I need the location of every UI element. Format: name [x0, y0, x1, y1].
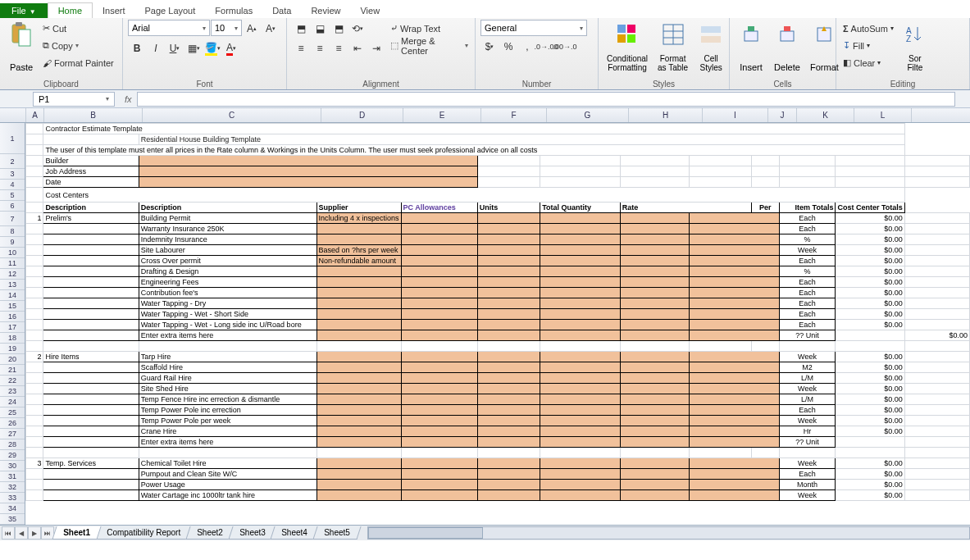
row-header-22[interactable]: 22 [0, 376, 25, 386]
row-header-28[interactable]: 28 [0, 439, 25, 450]
col-header-F[interactable]: F [481, 108, 547, 122]
align-center-icon[interactable]: ≡ [311, 39, 329, 57]
row-header-24[interactable]: 24 [0, 397, 25, 407]
cell-styles-button[interactable]: Cell Styles [694, 20, 727, 74]
copy-button[interactable]: ⧉Copy ▾ [41, 37, 116, 54]
row-header-13[interactable]: 13 [0, 280, 25, 290]
row-header-9[interactable]: 9 [0, 237, 25, 248]
col-header-E[interactable]: E [403, 108, 481, 122]
fx-icon[interactable]: fx [120, 94, 137, 104]
align-middle-icon[interactable]: ⬓ [311, 20, 329, 38]
row-header-17[interactable]: 17 [0, 322, 25, 333]
shrink-font-icon[interactable]: A▾ [262, 20, 280, 38]
sheet-tab-sheet3[interactable]: Sheet3 [228, 526, 276, 540]
sheet-tab-sheet2[interactable]: Sheet2 [185, 526, 234, 540]
row-header-14[interactable]: 14 [0, 290, 25, 301]
row-header-34[interactable]: 34 [0, 503, 25, 514]
tab-nav-prev-icon[interactable]: ◀ [15, 526, 28, 540]
currency-icon[interactable]: $▾ [480, 38, 499, 56]
row-header-29[interactable]: 29 [0, 450, 25, 461]
row-header-8[interactable]: 8 [0, 226, 25, 237]
row-header-33[interactable]: 33 [0, 493, 25, 503]
tab-insert[interactable]: Insert [93, 3, 135, 18]
row-header-35[interactable]: 35 [0, 514, 25, 525]
row-header-30[interactable]: 30 [0, 461, 25, 471]
row-header-4[interactable]: 4 [0, 180, 25, 190]
orientation-icon[interactable]: ⟲▾ [348, 20, 367, 38]
wrap-text-button[interactable]: ⤶Wrap Text [389, 20, 470, 37]
sheet-tab-compatibility-report[interactable]: Compatibility Report [95, 526, 191, 540]
sheet-tab-sheet5[interactable]: Sheet5 [312, 526, 361, 540]
row-header-16[interactable]: 16 [0, 312, 25, 322]
tab-view[interactable]: View [350, 3, 389, 18]
conditional-formatting-button[interactable]: Conditional Formatting [603, 20, 651, 74]
sheet-tab-sheet4[interactable]: Sheet4 [271, 526, 319, 540]
col-header-I[interactable]: I [703, 108, 768, 122]
bold-button[interactable]: B [128, 39, 146, 57]
tab-nav-next-icon[interactable]: ▶ [28, 526, 41, 540]
indent-inc-icon[interactable]: ⇥ [367, 39, 385, 57]
row-header-23[interactable]: 23 [0, 386, 25, 397]
tab-review[interactable]: Review [301, 3, 350, 18]
insert-cells-button[interactable]: Insert [735, 20, 767, 74]
autosum-button[interactable]: Σ AutoSum ▾ [841, 20, 895, 37]
tab-data[interactable]: Data [262, 3, 301, 18]
font-size-select[interactable]: 10▾ [211, 20, 242, 36]
delete-cells-button[interactable]: Delete [771, 20, 804, 74]
row-header-31[interactable]: 31 [0, 471, 25, 482]
select-all-button[interactable] [0, 108, 26, 122]
format-as-table-button[interactable]: Format as Table [654, 20, 691, 74]
row-header-19[interactable]: 19 [0, 344, 25, 354]
row-header-26[interactable]: 26 [0, 418, 25, 429]
row-header-2[interactable]: 2 [0, 154, 25, 169]
grow-font-icon[interactable]: A▴ [243, 20, 261, 38]
row-header-32[interactable]: 32 [0, 482, 25, 493]
formula-bar[interactable] [137, 92, 955, 107]
align-right-icon[interactable]: ≡ [330, 39, 348, 57]
tab-nav-first-icon[interactable]: ⏮ [2, 526, 15, 540]
col-header-L[interactable]: L [854, 108, 912, 122]
row-header-5[interactable]: 5 [0, 190, 25, 201]
row-header-3[interactable]: 3 [0, 169, 25, 180]
col-header-B[interactable]: B [44, 108, 143, 122]
col-header-D[interactable]: D [321, 108, 403, 122]
align-bottom-icon[interactable]: ⬒ [330, 20, 348, 38]
col-header-K[interactable]: K [797, 108, 854, 122]
col-header-G[interactable]: G [547, 108, 629, 122]
row-header-7[interactable]: 7 [0, 212, 25, 226]
row-header-12[interactable]: 12 [0, 269, 25, 280]
row-header-6[interactable]: 6 [0, 201, 25, 212]
font-name-select[interactable]: Arial▾ [128, 20, 210, 36]
row-header-1[interactable]: 1 [0, 123, 25, 154]
border-button[interactable]: ▦▾ [184, 39, 203, 57]
cell-grid[interactable]: Contractor Estimate TemplateResidential … [25, 123, 970, 525]
tab-page-layout[interactable]: Page Layout [135, 3, 206, 18]
dec-decimal-icon[interactable]: .00→.0 [556, 38, 574, 56]
tab-file[interactable]: File▼ [0, 3, 48, 18]
merge-center-button[interactable]: ⬚Merge & Center ▾ [389, 37, 470, 54]
sheet-tab-sheet1[interactable]: Sheet1 [52, 526, 101, 540]
name––name-box[interactable]: P1▾ [33, 92, 115, 107]
row-header-11[interactable]: 11 [0, 258, 25, 269]
number-format-select[interactable]: General▾ [480, 20, 587, 36]
row-header-21[interactable]: 21 [0, 365, 25, 376]
percent-icon[interactable]: % [499, 38, 517, 56]
row-header-25[interactable]: 25 [0, 407, 25, 418]
cut-button[interactable]: ✂Cut [41, 20, 116, 37]
indent-dec-icon[interactable]: ⇤ [348, 39, 367, 57]
paste-button[interactable]: Paste [5, 20, 38, 74]
row-header-10[interactable]: 10 [0, 248, 25, 258]
underline-button[interactable]: U▾ [166, 39, 184, 57]
align-top-icon[interactable]: ⬒ [292, 20, 310, 38]
row-header-15[interactable]: 15 [0, 301, 25, 312]
row-header-20[interactable]: 20 [0, 354, 25, 365]
tab-home[interactable]: Home [48, 2, 93, 18]
col-header-A[interactable]: A [26, 108, 44, 122]
clear-button[interactable]: ◧ Clear ▾ [841, 54, 895, 71]
col-header-J[interactable]: J [768, 108, 797, 122]
horizontal-scrollbar[interactable] [367, 526, 970, 540]
fill-button[interactable]: ↧ Fill ▾ [841, 37, 895, 54]
row-header-18[interactable]: 18 [0, 333, 25, 344]
sort-filter-button[interactable]: AZSor Filte [899, 20, 931, 74]
fill-color-button[interactable]: 🪣▾ [203, 39, 221, 57]
